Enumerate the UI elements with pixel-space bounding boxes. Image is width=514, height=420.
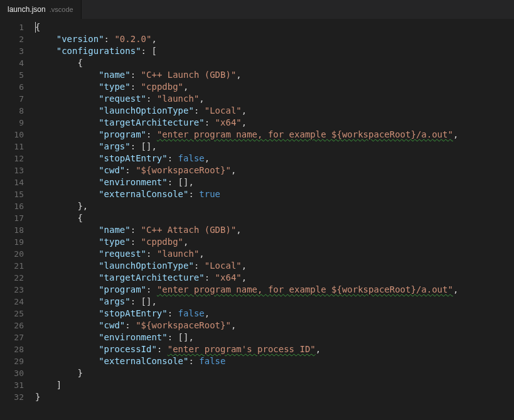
line-number: 4	[0, 57, 35, 69]
line-number: 31	[0, 379, 35, 391]
line-number: 14	[0, 176, 35, 188]
code-line[interactable]: ]	[35, 379, 514, 391]
line-number: 19	[0, 236, 35, 248]
line-number: 12	[0, 153, 35, 164]
line-number: 21	[0, 260, 35, 272]
tab-dir: .vscode	[50, 6, 73, 13]
tab-launch-json[interactable]: launch.json .vscode	[0, 0, 82, 19]
code-line[interactable]: "stopAtEntry": false,	[35, 153, 514, 164]
line-number: 10	[0, 129, 35, 141]
line-number: 13	[0, 164, 35, 176]
code-line[interactable]: "processId": "enter program's process ID…	[35, 343, 514, 355]
line-number: 9	[0, 117, 35, 129]
code-line[interactable]: "targetArchitecture": "x64",	[35, 272, 514, 284]
line-number: 16	[0, 200, 35, 212]
code-line[interactable]: "request": "launch",	[35, 93, 514, 105]
code-line[interactable]: {	[35, 57, 514, 69]
line-number: 25	[0, 308, 35, 320]
code-line[interactable]: "stopAtEntry": false,	[35, 308, 514, 320]
tab-bar: launch.json .vscode	[0, 0, 514, 19]
line-number: 8	[0, 105, 35, 117]
code-line[interactable]: "program": "enter program name, for exam…	[35, 284, 514, 296]
code-line[interactable]: "cwd": "${workspaceRoot}",	[35, 320, 514, 331]
code-line[interactable]: {	[35, 21, 514, 33]
code-line[interactable]: "args": [],	[35, 141, 514, 153]
code-line[interactable]: }	[35, 367, 514, 379]
code-line[interactable]: "name": "C++ Attach (GDB)",	[35, 224, 514, 236]
tab-filename: launch.json	[8, 5, 46, 14]
code-line[interactable]: "externalConsole": false	[35, 355, 514, 367]
line-number: 2	[0, 33, 35, 45]
line-number: 22	[0, 272, 35, 284]
code-line[interactable]: "type": "cppdbg",	[35, 81, 514, 93]
code-line[interactable]: "configurations": [	[35, 45, 514, 57]
code-line[interactable]: "launchOptionType": "Local",	[35, 260, 514, 272]
code-line[interactable]: "name": "C++ Launch (GDB)",	[35, 69, 514, 81]
code-line[interactable]: "type": "cppdbg",	[35, 236, 514, 248]
code-area[interactable]: { "version": "0.2.0", "configurations": …	[35, 19, 514, 420]
code-line[interactable]: "cwd": "${workspaceRoot}",	[35, 164, 514, 176]
code-line[interactable]: },	[35, 200, 514, 212]
line-number: 26	[0, 320, 35, 331]
line-number: 7	[0, 93, 35, 105]
code-line[interactable]: "program": "enter program name, for exam…	[35, 129, 514, 141]
line-number: 1	[0, 21, 35, 33]
code-line[interactable]: {	[35, 212, 514, 224]
code-line[interactable]: "args": [],	[35, 296, 514, 308]
line-number: 6	[0, 81, 35, 93]
editor[interactable]: 1234567891011121314151617181920212223242…	[0, 19, 514, 420]
code-line[interactable]: "request": "launch",	[35, 248, 514, 260]
line-number-gutter: 1234567891011121314151617181920212223242…	[0, 19, 35, 420]
line-number: 17	[0, 212, 35, 224]
line-number: 23	[0, 284, 35, 296]
line-number: 27	[0, 331, 35, 343]
code-line[interactable]: "launchOptionType": "Local",	[35, 105, 514, 117]
code-line[interactable]: "environment": [],	[35, 176, 514, 188]
line-number: 5	[0, 69, 35, 81]
code-line[interactable]: "version": "0.2.0",	[35, 33, 514, 45]
line-number: 32	[0, 391, 35, 403]
line-number: 20	[0, 248, 35, 260]
line-number: 15	[0, 188, 35, 200]
code-line[interactable]: "externalConsole": true	[35, 188, 514, 200]
line-number: 29	[0, 355, 35, 367]
code-line[interactable]: "environment": [],	[35, 331, 514, 343]
line-number: 18	[0, 224, 35, 236]
line-number: 30	[0, 367, 35, 379]
line-number: 11	[0, 141, 35, 153]
line-number: 3	[0, 45, 35, 57]
line-number: 24	[0, 296, 35, 308]
code-line[interactable]: }	[35, 391, 514, 403]
code-line[interactable]: "targetArchitecture": "x64",	[35, 117, 514, 129]
line-number: 28	[0, 343, 35, 355]
